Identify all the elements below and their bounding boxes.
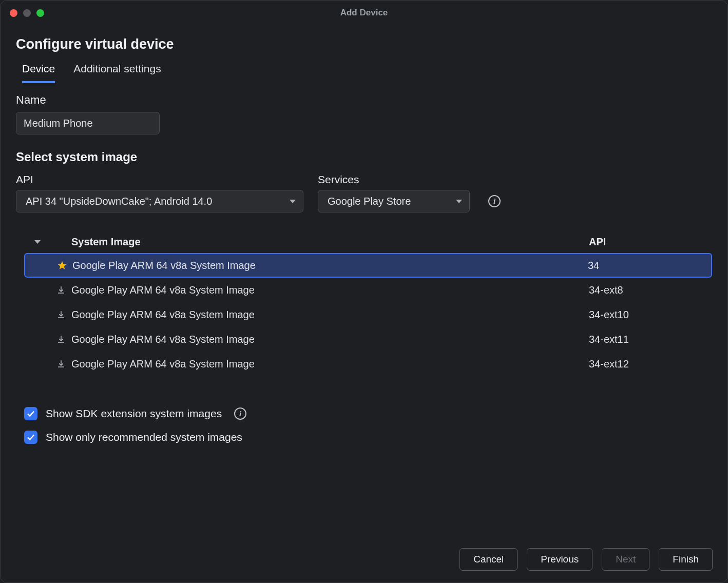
show-sdk-extension-checkbox[interactable] [24,407,37,420]
star-icon [52,260,72,270]
services-select[interactable]: Google Play Store [318,190,470,212]
table-row[interactable]: Google Play ARM 64 v8a System Image34-ex… [24,352,712,376]
titlebar: Add Device [1,1,727,25]
previous-button[interactable]: Previous [527,548,592,571]
column-header-system-image[interactable]: System Image [71,236,589,248]
chevron-down-icon [290,200,296,203]
column-header-api[interactable]: API [589,236,712,248]
show-recommended-row: Show only recommended system images [24,431,712,444]
page-title: Configure virtual device [16,36,712,52]
show-sdk-extension-label: Show SDK extension system images [46,407,222,420]
tab-device[interactable]: Device [22,63,55,83]
chevron-down-icon [456,200,462,203]
download-icon[interactable] [51,310,71,319]
next-button: Next [602,548,649,571]
footer-buttons: Cancel Previous Next Finish [459,548,713,571]
table-row[interactable]: Google Play ARM 64 v8a System Image34-ex… [24,278,712,302]
finish-button[interactable]: Finish [659,548,713,571]
name-input[interactable] [16,112,160,134]
name-label: Name [16,93,712,107]
window-controls [10,9,44,17]
system-image-api: 34-ext12 [589,358,712,370]
api-select-value: API 34 "UpsideDownCake"; Android 14.0 [26,196,212,207]
select-system-image-heading: Select system image [16,150,712,164]
maximize-icon[interactable] [36,9,44,17]
system-image-api: 34-ext8 [589,284,712,296]
minimize-icon[interactable] [23,9,31,17]
show-recommended-checkbox[interactable] [24,431,37,444]
system-image-name: Google Play ARM 64 v8a System Image [71,309,589,321]
table-header: System Image API [24,236,712,253]
download-icon[interactable] [51,359,71,368]
window-title: Add Device [1,8,727,18]
table-row[interactable]: Google Play ARM 64 v8a System Image34 [24,253,712,278]
system-image-name: Google Play ARM 64 v8a System Image [71,334,589,345]
system-image-name: Google Play ARM 64 v8a System Image [71,284,589,296]
download-icon[interactable] [51,335,71,344]
info-icon[interactable]: i [234,407,246,420]
download-icon[interactable] [51,285,71,295]
tab-additional-settings[interactable]: Additional settings [73,63,161,83]
services-label: Services [318,173,470,186]
system-image-name: Google Play ARM 64 v8a System Image [71,358,589,370]
system-image-name: Google Play ARM 64 v8a System Image [72,260,588,271]
show-sdk-extension-row: Show SDK extension system images i [24,407,712,420]
info-icon[interactable]: i [488,195,501,207]
services-select-value: Google Play Store [328,196,411,207]
system-image-api: 34 [588,260,711,271]
tab-bar: Device Additional settings [22,63,712,83]
system-image-api: 34-ext11 [589,334,712,345]
chevron-down-icon[interactable] [34,240,41,244]
system-image-table: System Image API Google Play ARM 64 v8a … [16,236,712,376]
cancel-button[interactable]: Cancel [459,548,518,571]
api-label: API [16,173,303,186]
table-row[interactable]: Google Play ARM 64 v8a System Image34-ex… [24,327,712,352]
show-recommended-label: Show only recommended system images [46,431,242,443]
system-image-api: 34-ext10 [589,309,712,321]
close-icon[interactable] [10,9,17,17]
table-row[interactable]: Google Play ARM 64 v8a System Image34-ex… [24,302,712,327]
api-select[interactable]: API 34 "UpsideDownCake"; Android 14.0 [16,190,303,212]
